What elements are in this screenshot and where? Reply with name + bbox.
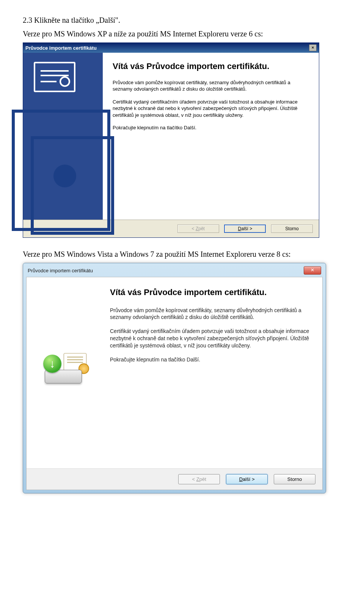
w7-wizard-dialog: Průvodce importem certifikátu ✕ ↓ Vítá v… [23,263,326,493]
xp-titlebar[interactable]: Průvodce importem certifikátu × [23,43,319,53]
next-button[interactable]: Další > [224,225,266,233]
close-icon[interactable]: ✕ [304,266,321,275]
certificate-icon [64,353,86,371]
cancel-button[interactable]: Storno [274,474,315,484]
back-button: < Zpět [178,474,220,484]
next-button[interactable]: Další > [226,474,268,484]
w7-banner-art: ↓ [27,277,106,468]
xp-paragraph-1: Průvodce vám pomůže kopírovat certifikát… [113,79,309,93]
back-button: < Zpět [177,225,219,233]
xp-paragraph-3: Pokračujte klepnutím na tlačítko Další. [113,124,309,131]
w7-paragraph-1: Průvodce vám pomůže kopírovat certifikát… [110,307,312,321]
close-icon[interactable]: × [309,44,317,51]
w7-paragraph-2: Certifikát vydaný certifikačním úřadem p… [110,328,312,349]
xp-heading: Vítá vás Průvodce importem certifikátu. [113,61,309,72]
xp-banner-art [23,53,103,220]
xp-wizard-dialog: Průvodce importem certifikátu × Vítá vás… [23,42,319,238]
w7-button-row: < Zpět Další > Storno [27,468,322,490]
cancel-button[interactable]: Storno [271,225,313,233]
doc-caption-win7: Verze pro MS Windows Vista a Windows 7 z… [23,249,341,259]
xp-paragraph-2: Certifikát vydaný certifikačním úřadem p… [113,99,309,119]
download-arrow-icon: ↓ [43,355,61,373]
w7-titlebar[interactable]: Průvodce importem certifikátu ✕ [26,266,323,277]
doc-caption-xp: Verze pro MS Windows XP a níže za použit… [23,29,341,39]
w7-title-text: Průvodce importem certifikátu [28,268,93,273]
doc-step-2-3: 2.3 Klikněte na tlačítko „Další". [23,15,341,25]
w7-paragraph-3: Pokračujte klepnutím na tlačítko Další. [110,356,312,363]
w7-heading: Vítá vás Průvodce importem certifikátu. [110,287,312,298]
xp-title-text: Průvodce importem certifikátu [25,45,97,51]
certificate-icon [34,62,75,92]
